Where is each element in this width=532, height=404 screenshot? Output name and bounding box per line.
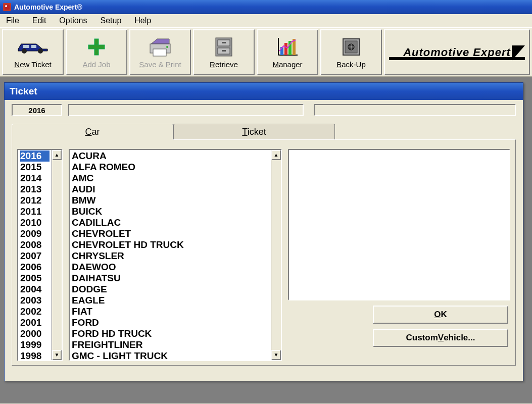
year-item[interactable]: 2005 [20, 273, 50, 284]
scroll-up-button[interactable]: ▲ [271, 150, 281, 160]
make-item[interactable]: GMC - LIGHT TRUCK [72, 350, 269, 361]
make-item[interactable]: FIAT [72, 306, 269, 317]
svg-rect-12 [222, 42, 226, 43]
year-item[interactable]: 2013 [20, 184, 50, 195]
menu-edit[interactable]: Edit [29, 15, 50, 26]
year-item[interactable]: 2014 [20, 173, 50, 184]
backup-label: Back-Up [336, 60, 366, 69]
year-item[interactable]: 2008 [20, 239, 50, 250]
year-item[interactable]: 1998 [20, 350, 50, 361]
menu-setup[interactable]: Setup [98, 15, 125, 26]
make-listbox[interactable]: ACURAALFA ROMEOAMCAUDIBMWBUICKCADILLACCH… [69, 149, 282, 361]
year-item[interactable]: 2010 [20, 217, 50, 228]
field-row: 2016 [5, 100, 523, 118]
toolbar: New Ticket Add Job Save & Print [0, 28, 532, 77]
make-item[interactable]: AMC [72, 173, 269, 184]
make-item[interactable]: EAGLE [72, 295, 269, 306]
main-titlebar: Automotive Expert® [0, 0, 532, 14]
svg-rect-3 [31, 45, 36, 48]
year-field-value: 2016 [28, 106, 45, 115]
app-title: Automotive Expert® [14, 3, 82, 11]
year-item[interactable]: 2004 [20, 284, 50, 295]
retrieve-button[interactable]: Retrieve [193, 29, 255, 75]
year-item[interactable]: 2002 [20, 306, 50, 317]
new-ticket-button[interactable]: New Ticket [2, 29, 64, 75]
year-item[interactable]: 2007 [20, 250, 50, 262]
year-listbox[interactable]: 2016201520142013201220112010200920082007… [17, 149, 63, 361]
scroll-up-button[interactable]: ▲ [52, 150, 62, 160]
make-item[interactable]: BUICK [72, 206, 269, 217]
model-field[interactable] [314, 104, 516, 116]
svg-point-1 [38, 48, 43, 54]
brand-logo: Automotive Expert [384, 29, 530, 75]
year-scrollbar[interactable]: ▲ ▼ [52, 150, 62, 360]
ticket-title: Ticket [10, 86, 37, 97]
custom-vehicle-button[interactable]: Custom Vehicle... [373, 329, 508, 347]
year-item[interactable]: 2016 [20, 150, 50, 162]
year-item[interactable]: 2009 [20, 228, 50, 239]
make-field[interactable] [68, 104, 304, 116]
make-item[interactable]: CHEVROLET [72, 228, 269, 239]
menu-help[interactable]: Help [131, 15, 154, 26]
save-print-label: Save & Print [139, 60, 181, 69]
detail-pane: OK Custom Vehicle... [288, 149, 510, 360]
add-job-button[interactable]: Add Job [66, 29, 127, 75]
year-field[interactable]: 2016 [12, 104, 62, 116]
ticket-window: Ticket 2016 Car Ticket 20162015201420132… [4, 82, 523, 381]
tabs: Car Ticket [5, 118, 523, 139]
menu-file[interactable]: File [3, 15, 22, 26]
make-item[interactable]: BMW [72, 195, 269, 206]
svg-rect-13 [222, 50, 226, 52]
scroll-down-button[interactable]: ▼ [52, 350, 62, 360]
make-item[interactable]: CHRYSLER [72, 250, 269, 262]
make-item[interactable]: FREIGHTLINER [72, 339, 269, 350]
app-icon [3, 3, 11, 11]
tab-content-car: 2016201520142013201220112010200920082007… [12, 139, 516, 366]
year-item[interactable]: 2001 [20, 317, 50, 328]
new-ticket-label: New Ticket [14, 60, 51, 69]
make-item[interactable]: ALFA ROMEO [72, 162, 269, 173]
chart-icon [276, 36, 299, 58]
make-item[interactable]: DAIHATSU [72, 273, 269, 284]
ok-button[interactable]: OK [373, 306, 508, 324]
backup-button[interactable]: Back-Up [320, 29, 382, 75]
make-item[interactable]: ACURA [72, 150, 269, 162]
make-item[interactable]: FORD [72, 317, 269, 328]
year-item[interactable]: 2012 [20, 195, 50, 206]
year-item[interactable]: 2003 [20, 295, 50, 306]
make-item[interactable]: CADILLAC [72, 217, 269, 228]
svg-rect-7 [153, 49, 166, 56]
year-item[interactable]: 2000 [20, 328, 50, 339]
manager-label: Manager [272, 60, 302, 69]
model-listbox[interactable] [288, 149, 510, 300]
make-item[interactable]: DODGE [72, 284, 269, 295]
car-icon [16, 36, 50, 58]
make-item[interactable]: CHEVROLET HD TRUCK [72, 239, 269, 250]
plus-icon [86, 36, 107, 58]
tab-ticket[interactable]: Ticket [173, 124, 335, 140]
year-item[interactable]: 2011 [20, 206, 50, 217]
year-item[interactable]: 2006 [20, 262, 50, 273]
save-print-button[interactable]: Save & Print [129, 29, 191, 75]
scroll-track[interactable] [52, 160, 62, 350]
make-item[interactable]: DAEWOO [72, 262, 269, 273]
add-job-label: Add Job [82, 60, 110, 69]
menu-options[interactable]: Options [56, 15, 90, 26]
make-item[interactable]: FORD HD TRUCK [72, 328, 269, 339]
year-item[interactable]: 1999 [20, 339, 50, 350]
year-item[interactable]: 2015 [20, 162, 50, 173]
tab-car[interactable]: Car [12, 124, 173, 140]
svg-rect-17 [284, 43, 287, 55]
svg-point-0 [22, 48, 27, 54]
scroll-down-button[interactable]: ▼ [271, 350, 281, 360]
svg-rect-2 [23, 45, 29, 48]
safe-icon [341, 36, 361, 58]
work-area: Ticket 2016 Car Ticket 20162015201420132… [0, 77, 532, 403]
manager-button[interactable]: Manager [257, 29, 318, 75]
svg-point-8 [166, 46, 168, 48]
printer-icon [148, 36, 172, 58]
make-scrollbar[interactable]: ▲ ▼ [271, 150, 281, 360]
file-cabinet-icon [214, 36, 234, 58]
scroll-track[interactable] [271, 160, 281, 350]
make-item[interactable]: AUDI [72, 184, 269, 195]
